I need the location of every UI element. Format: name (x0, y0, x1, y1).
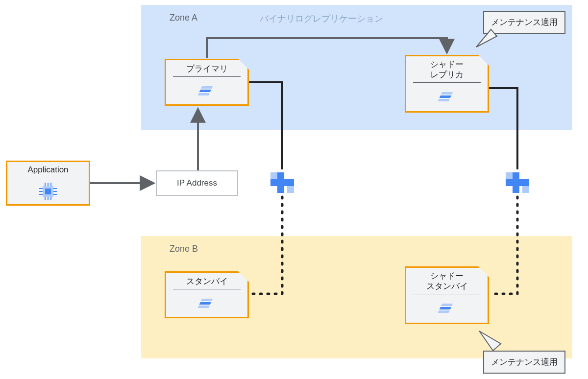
callout-text: メンテナンス適用 (491, 18, 558, 27)
svg-rect-1 (45, 189, 51, 194)
callout-text: メンテナンス適用 (491, 357, 558, 367)
shadow-replica-title: シャドー レプリカ (406, 56, 488, 82)
svg-rect-18 (440, 95, 451, 98)
svg-rect-25 (438, 310, 450, 313)
database-icon (406, 297, 488, 320)
network-icon (505, 170, 530, 196)
application-title: Application (7, 162, 89, 177)
svg-rect-24 (440, 307, 451, 309)
zone-a-label: Zone A (170, 13, 197, 23)
svg-rect-22 (198, 306, 210, 308)
shadow-replica-card: シャドー レプリカ (405, 55, 489, 113)
svg-rect-14 (201, 86, 213, 89)
divider (14, 177, 82, 177)
database-icon (166, 80, 247, 102)
zone-b-label: Zone B (170, 244, 198, 254)
database-icon (166, 292, 247, 315)
replication-label: バイナリログレプリケーション (260, 13, 383, 24)
network-icon (270, 170, 295, 196)
diagram-stage: Zone A Zone B バイナリログレプリケーション Application (0, 0, 588, 379)
maintenance-callout-top: メンテナンス適用 (483, 11, 565, 34)
primary-card: プライマリ (165, 59, 249, 106)
svg-rect-20 (201, 299, 213, 301)
divider (173, 76, 241, 77)
svg-rect-23 (441, 304, 453, 306)
standby-title: スタンバイ (166, 273, 247, 289)
svg-rect-19 (438, 99, 450, 101)
svg-rect-21 (199, 302, 211, 305)
application-card: Application (6, 161, 90, 206)
divider (413, 82, 481, 83)
chip-icon (7, 180, 89, 203)
shadow-standby-title: シャドー スタンバイ (406, 268, 488, 294)
primary-title: プライマリ (166, 60, 247, 76)
maintenance-callout-bottom: メンテナンス適用 (483, 351, 565, 374)
divider (413, 294, 481, 294)
shadow-standby-card: シャドー スタンバイ (405, 266, 489, 324)
divider (173, 289, 241, 289)
svg-rect-16 (198, 93, 210, 95)
ip-address-label: IP Address (177, 178, 217, 188)
database-icon (406, 86, 488, 108)
svg-rect-17 (441, 92, 453, 95)
standby-card: スタンバイ (165, 271, 249, 318)
ip-address-box: IP Address (156, 170, 238, 196)
svg-rect-15 (199, 90, 211, 92)
